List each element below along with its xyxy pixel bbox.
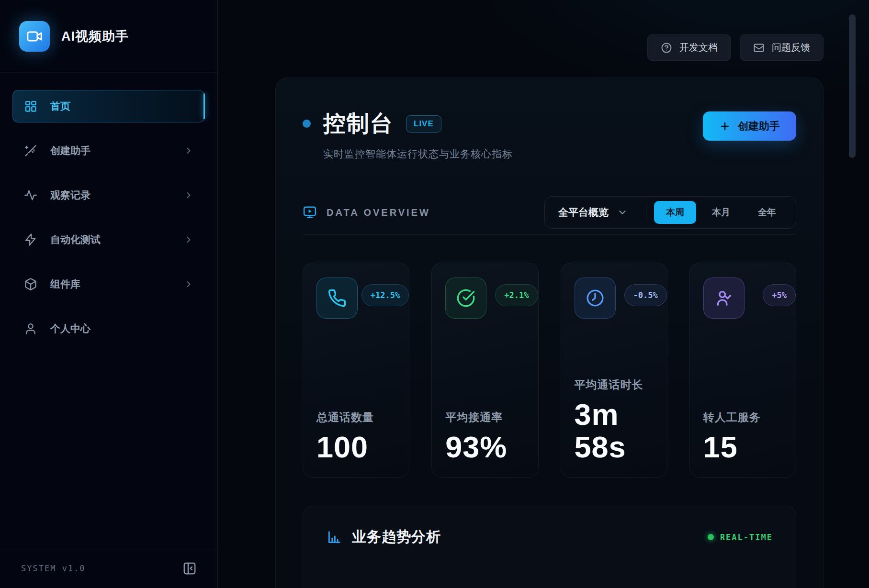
- wand-icon: [23, 144, 38, 158]
- dashboard-icon: [23, 99, 38, 113]
- stat-card-total-calls: +12.5% 总通话数量 100: [303, 263, 409, 478]
- tab-this-month[interactable]: 本月: [700, 201, 742, 224]
- sidebar-item-home[interactable]: 首页: [12, 90, 204, 122]
- stat-card-human-transfer: +5% 转人工服务 15: [689, 263, 796, 478]
- sidebar-item-personal-center[interactable]: 个人中心: [12, 312, 204, 345]
- trend-section: 业务趋势分析 REAL-TIME: [303, 506, 796, 588]
- feedback-label: 问题反馈: [772, 41, 810, 54]
- period-tabs: 本周 本月 全年: [651, 201, 791, 224]
- stat-value: 93%: [445, 431, 524, 463]
- section-label: DATA OVERVIEW: [327, 207, 430, 218]
- dev-docs-button[interactable]: 开发文档: [647, 34, 731, 61]
- delta-badge: +5%: [763, 284, 796, 306]
- page-subtitle: 实时监控智能体运行状态与业务核心指标: [323, 147, 513, 161]
- console-header: 控制台 LIVE 实时监控智能体运行状态与业务核心指标 创建助手: [303, 109, 796, 161]
- delta-badge: +2.1%: [495, 284, 538, 306]
- tab-full-year[interactable]: 全年: [746, 201, 788, 224]
- chevron-right-icon: [184, 190, 193, 200]
- monitor-play-icon: [303, 205, 317, 220]
- console-panel: 控制台 LIVE 实时监控智能体运行状态与业务核心指标 创建助手: [275, 78, 824, 588]
- stat-label: 平均接通率: [445, 410, 524, 425]
- overview-controls: 全平台概览 本周 本月 全年: [544, 196, 796, 229]
- green-dot-icon: [708, 534, 714, 540]
- chevron-right-icon: [184, 279, 193, 289]
- plus-icon: [719, 121, 731, 132]
- app-logo-video-icon: [19, 21, 50, 52]
- sidebar-item-automation-test[interactable]: 自动化测试: [12, 223, 204, 256]
- main-content: 开发文档 问题反馈 控制台 LIVE 实时监控智能体运行状态与业务核心指标: [218, 0, 869, 588]
- sidebar-item-label: 观察记录: [50, 189, 90, 202]
- stat-cards: +12.5% 总通话数量 100 +2.1% 平均接通率 93%: [303, 263, 796, 478]
- check-circle-icon: [445, 277, 486, 319]
- stat-value: 15: [703, 431, 782, 463]
- sidebar-nav: 首页 创建助手 观察记录: [0, 73, 217, 548]
- feedback-button[interactable]: 问题反馈: [740, 34, 824, 61]
- phone-icon: [316, 277, 358, 319]
- stat-card-answer-rate: +2.1% 平均接通率 93%: [431, 263, 538, 478]
- chevron-right-icon: [184, 235, 193, 244]
- sidebar-footer: SYSTEM v1.0: [0, 548, 217, 588]
- delta-badge: -0.5%: [624, 284, 667, 306]
- sidebar-item-label: 个人中心: [50, 322, 90, 335]
- live-badge: LIVE: [406, 115, 441, 133]
- chevron-right-icon: [184, 146, 193, 155]
- sidebar-item-observation-log[interactable]: 观察记录: [12, 179, 204, 211]
- platform-select[interactable]: 全平台概览: [545, 206, 641, 219]
- trend-title: 业务趋势分析: [352, 527, 441, 547]
- bar-chart-icon: [326, 529, 342, 545]
- vertical-scrollbar[interactable]: [849, 14, 856, 158]
- stat-label: 总通话数量: [316, 410, 395, 425]
- topbar: 开发文档 问题反馈: [647, 34, 824, 61]
- create-assistant-button[interactable]: 创建助手: [703, 111, 796, 141]
- sidebar-item-label: 组件库: [50, 277, 80, 291]
- stat-card-avg-duration: -0.5% 平均通话时长 3m 58s: [561, 263, 667, 478]
- sidebar-item-label: 创建助手: [50, 144, 90, 157]
- sidebar-item-create-assistant[interactable]: 创建助手: [12, 134, 204, 167]
- clock-icon: [575, 277, 616, 319]
- tab-this-week[interactable]: 本周: [654, 201, 696, 224]
- data-overview-row: DATA OVERVIEW 全平台概览 本周 本月 全年: [303, 196, 796, 229]
- mail-icon: [753, 42, 765, 54]
- user-check-icon: [703, 277, 745, 319]
- section-divider: [303, 234, 796, 235]
- system-version: SYSTEM v1.0: [21, 564, 86, 573]
- stat-label: 转人工服务: [703, 410, 782, 425]
- page-title: 控制台: [323, 109, 394, 139]
- dev-docs-label: 开发文档: [679, 41, 718, 54]
- stat-value: 100: [316, 431, 395, 463]
- stat-value: 3m 58s: [575, 398, 654, 463]
- sidebar: AI视频助手 首页 创建助手: [0, 0, 218, 588]
- delta-badge: +12.5%: [361, 284, 409, 306]
- help-circle-icon: [661, 42, 672, 54]
- vertical-divider: [646, 204, 646, 221]
- realtime-badge: REAL-TIME: [708, 533, 773, 542]
- zap-icon: [23, 233, 38, 247]
- realtime-label: REAL-TIME: [720, 533, 773, 542]
- collapse-sidebar-button[interactable]: [181, 560, 198, 577]
- user-icon: [23, 322, 38, 336]
- platform-select-value: 全平台概览: [558, 206, 609, 219]
- sidebar-header: AI视频助手: [0, 0, 217, 73]
- create-assistant-label: 创建助手: [738, 119, 780, 133]
- app-title: AI视频助手: [61, 28, 129, 45]
- sidebar-item-label: 自动化测试: [50, 233, 101, 246]
- cube-icon: [23, 277, 38, 291]
- stat-label: 平均通话时长: [575, 377, 654, 392]
- sidebar-item-component-library[interactable]: 组件库: [12, 268, 204, 300]
- status-dot: [303, 120, 311, 128]
- sidebar-item-label: 首页: [50, 100, 70, 113]
- activity-icon: [23, 188, 38, 202]
- chevron-down-icon: [617, 207, 628, 218]
